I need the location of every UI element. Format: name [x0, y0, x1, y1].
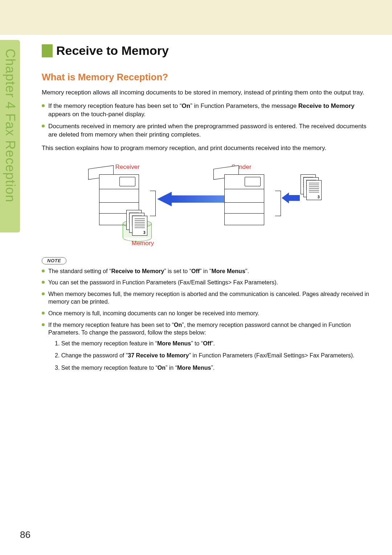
- text: ” to “: [191, 340, 203, 347]
- note-item: If the memory reception feature has been…: [42, 321, 370, 372]
- bold-text: On: [182, 102, 191, 109]
- bold-text: Receive to Memory: [298, 102, 355, 109]
- text: ” in Function Parameters, the message: [190, 102, 298, 109]
- text: 3. Set the memory reception feature to “: [55, 365, 158, 371]
- page-num: 3: [143, 231, 146, 235]
- bold-text: On: [174, 322, 182, 328]
- note-item: You can set the password in Function Par…: [42, 279, 370, 287]
- memory-reception-diagram: Receiver Sender Memory 1 2 3: [79, 163, 333, 247]
- bold-text: More Menus: [177, 365, 211, 371]
- bold-text: More Menus: [211, 268, 245, 274]
- arrow-large-icon: [157, 192, 226, 206]
- page-number: 86: [20, 529, 30, 540]
- bold-text: 37 Receive to Memory: [128, 352, 189, 358]
- top-bar: [0, 0, 392, 35]
- title-accent-bar: [42, 44, 53, 57]
- text: ” is set to “: [164, 268, 191, 274]
- bold-text: More Menus: [157, 340, 191, 347]
- text: ”.: [211, 340, 215, 347]
- bullet-item: Documents received in memory are printed…: [42, 122, 370, 139]
- intro-paragraph: Memory reception allows all incoming doc…: [42, 89, 370, 97]
- text: If the memory reception feature has been…: [48, 322, 174, 328]
- page-num: 3: [318, 195, 320, 199]
- text: Documents received in memory are printed…: [48, 123, 367, 138]
- step-item: 3. Set the memory reception feature to “…: [55, 364, 370, 372]
- sender-pages-icon: 1 2 3: [301, 174, 322, 200]
- step-item: 2. Change the password of "37 Receive to…: [55, 352, 370, 360]
- text: ".: [245, 268, 249, 274]
- page-content: Receive to Memory What is Memory Recepti…: [42, 44, 370, 376]
- note-badge: NOTE: [42, 257, 66, 264]
- chapter-tab: Chapter 4 Fax Reception: [0, 40, 20, 232]
- note-item: When memory becomes full, the memory rec…: [42, 290, 370, 306]
- bold-text: Off: [191, 268, 200, 274]
- receiver-pages-icon: 1 2 3: [126, 210, 148, 235]
- top-bullet-list: If the memory reception feature has been…: [42, 102, 370, 139]
- page-title: Receive to Memory: [56, 44, 169, 58]
- text: 2. Change the password of ": [55, 352, 128, 358]
- text: ” in ": [200, 268, 211, 274]
- text: If the memory reception feature has been…: [48, 102, 182, 109]
- note-item: Once memory is full, incoming documents …: [42, 309, 370, 317]
- text: You can set the password in Function Par…: [48, 279, 278, 285]
- diagram-label-receiver: Receiver: [115, 163, 140, 171]
- arrow-small-icon: [282, 193, 300, 203]
- section-paragraph: This section explains how to program mem…: [42, 144, 370, 153]
- text: " in Function Parameters (Fax/Email Sett…: [189, 352, 354, 358]
- step-item: 1. Set the memory reception feature in “…: [55, 340, 370, 348]
- section-subheading: What is Memory Reception?: [42, 72, 370, 83]
- bold-text: Off: [203, 340, 211, 347]
- bold-text: On: [158, 365, 166, 371]
- title-row: Receive to Memory: [42, 44, 370, 58]
- chapter-tab-label: Chapter 4 Fax Reception: [3, 40, 18, 202]
- text: ”.: [211, 365, 215, 371]
- note-item: The standard setting of “Receive to Memo…: [42, 267, 370, 275]
- bold-text: Receive to Memory: [111, 268, 164, 274]
- note-list: The standard setting of “Receive to Memo…: [42, 267, 370, 372]
- text: ” in “: [166, 365, 177, 371]
- note-steps: 1. Set the memory reception feature in “…: [55, 340, 370, 372]
- bullet-item: If the memory reception feature has been…: [42, 102, 370, 119]
- text: The standard setting of “: [48, 268, 111, 274]
- text: 1. Set the memory reception feature in “: [55, 340, 157, 347]
- sender-machine-icon: [224, 174, 275, 225]
- text: When memory becomes full, the memory rec…: [48, 291, 369, 305]
- text: appears on the touch-panel display.: [48, 111, 146, 118]
- text: Once memory is full, incoming documents …: [48, 310, 259, 316]
